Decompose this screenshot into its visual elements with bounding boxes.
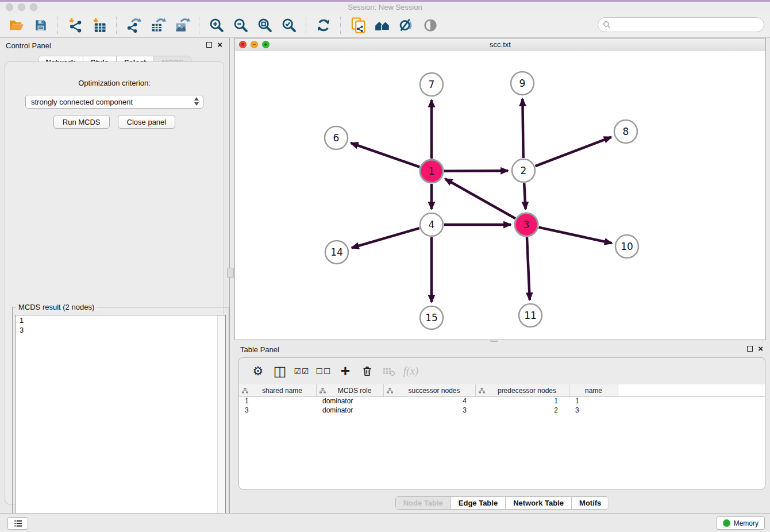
- import-network-button[interactable]: [65, 15, 86, 36]
- export-table-button[interactable]: [148, 15, 168, 36]
- node-label: 3: [523, 219, 530, 230]
- node-label: 6: [333, 132, 340, 144]
- graph-edge-2-8[interactable]: [536, 137, 611, 167]
- close-panel-icon[interactable]: ×: [217, 41, 222, 48]
- graph-edge-2-9[interactable]: [522, 99, 523, 158]
- table-settings-button[interactable]: ⚙: [247, 363, 269, 380]
- hide-details-button[interactable]: [396, 15, 417, 36]
- memory-button[interactable]: Memory: [717, 516, 765, 530]
- toolbar-separator: [340, 17, 341, 34]
- graph-node-9[interactable]: 9: [511, 72, 534, 95]
- column-header-predecessor-nodes[interactable]: predecessor nodes: [476, 384, 569, 396]
- clone-network-icon: [349, 17, 367, 34]
- network-window-titlebar[interactable]: × − + scc.txt: [235, 38, 765, 52]
- first-neighbors-button[interactable]: [372, 15, 392, 36]
- node-label: 8: [623, 126, 629, 137]
- search-input[interactable]: [614, 18, 764, 31]
- column-header-mcds-role[interactable]: MCDS role: [317, 384, 384, 396]
- refresh-button[interactable]: [313, 15, 334, 36]
- function-builder-button[interactable]: f(x): [400, 363, 422, 380]
- graph-edge-3-10[interactable]: [538, 228, 611, 244]
- zoom-out-button[interactable]: [230, 15, 251, 36]
- hierarchy-icon: [319, 388, 326, 394]
- deselect-all-icon: ☐☐: [315, 367, 331, 376]
- table-panel-title: Table Panel: [240, 345, 279, 354]
- float-table-panel-icon[interactable]: [747, 346, 753, 352]
- zoom-in-button[interactable]: [206, 15, 227, 36]
- node-table: shared name MCDS role successor nodes pr…: [239, 384, 765, 489]
- column-header-name[interactable]: name: [569, 384, 618, 396]
- graph-node-10[interactable]: 10: [615, 235, 638, 258]
- zoom-selected-button[interactable]: [279, 15, 299, 36]
- delete-column-button[interactable]: [356, 363, 378, 380]
- vertical-splitter-handle[interactable]: [227, 268, 234, 278]
- delete-table-button[interactable]: [378, 363, 400, 380]
- hierarchy-icon: [242, 388, 248, 394]
- save-icon: [33, 18, 48, 33]
- result-scrollbar[interactable]: [217, 315, 225, 521]
- import-table-button[interactable]: [89, 15, 110, 36]
- graph-node-8[interactable]: 8: [614, 120, 637, 143]
- search-icon: [603, 21, 611, 29]
- table-row[interactable]: 1 dominator 4 1 1: [239, 397, 765, 406]
- graph-node-2[interactable]: 2: [512, 159, 535, 182]
- column-header-successor-nodes[interactable]: successor nodes: [384, 384, 476, 396]
- close-table-panel-icon[interactable]: ×: [758, 345, 763, 352]
- criterion-select[interactable]: strongly connected component: [25, 95, 203, 109]
- zoom-in-icon: [209, 17, 225, 33]
- close-panel-button[interactable]: Close panel: [118, 115, 176, 129]
- node-label: 15: [425, 312, 438, 323]
- add-column-button[interactable]: +: [334, 363, 356, 380]
- export-network-button[interactable]: [124, 15, 144, 36]
- float-panel-icon[interactable]: [206, 42, 212, 48]
- node-label: 4: [429, 219, 435, 230]
- toolbar-separator: [57, 17, 59, 34]
- graph-node-3[interactable]: 3: [515, 213, 538, 236]
- gear-icon: ⚙: [253, 364, 264, 378]
- graph-edge-4-14[interactable]: [352, 228, 419, 248]
- mcds-result-group: MCDS result (2 nodes) 1 3: [12, 307, 229, 526]
- graph-node-4[interactable]: 4: [420, 213, 443, 236]
- graph-edge-1-2[interactable]: [444, 171, 508, 171]
- cell-successor-nodes: 3: [384, 406, 476, 415]
- graph-node-15[interactable]: 15: [420, 306, 443, 329]
- network-window-title: scc.txt: [235, 40, 765, 49]
- node-label: 14: [330, 246, 343, 258]
- table-row[interactable]: 3 dominator 3 2 3: [239, 406, 765, 415]
- task-history-button[interactable]: [7, 517, 28, 530]
- table-header-row: shared name MCDS role successor nodes pr…: [239, 384, 765, 397]
- node-label: 10: [621, 241, 633, 252]
- tab-edge-table[interactable]: Edge Table: [451, 497, 505, 509]
- mcds-result-textarea[interactable]: 1 3: [15, 315, 226, 522]
- cell-mcds-role: dominator: [317, 406, 384, 415]
- search-field[interactable]: [598, 17, 764, 32]
- run-mcds-button[interactable]: Run MCDS: [53, 115, 110, 129]
- deselect-all-button[interactable]: ☐☐: [313, 363, 334, 380]
- tab-motifs[interactable]: Motifs: [571, 497, 609, 509]
- graph-node-1[interactable]: 1: [420, 160, 443, 183]
- network-canvas[interactable]: 7968124314101511: [235, 51, 765, 340]
- show-graphics-button[interactable]: [420, 15, 441, 36]
- tab-node-table[interactable]: Node Table: [396, 497, 451, 509]
- graph-node-14[interactable]: 14: [325, 241, 348, 264]
- node-label: 9: [519, 78, 526, 89]
- clone-network-button[interactable]: [348, 15, 368, 36]
- graph-edge-1-6[interactable]: [351, 143, 419, 167]
- graph-edge-3-1[interactable]: [445, 179, 515, 218]
- graph-edge-3-11[interactable]: [527, 237, 530, 300]
- export-image-button[interactable]: [172, 15, 192, 36]
- show-columns-button[interactable]: ◫: [269, 363, 291, 380]
- graph-node-11[interactable]: 11: [519, 304, 542, 327]
- graph-node-7[interactable]: 7: [420, 73, 443, 96]
- column-header-shared-name[interactable]: shared name: [239, 384, 317, 396]
- zoom-fit-button[interactable]: [255, 15, 275, 36]
- cell-predecessor-nodes: 2: [476, 406, 569, 415]
- cell-name: 3: [569, 406, 618, 415]
- graph-edge-2-3[interactable]: [524, 183, 525, 209]
- node-label: 1: [429, 165, 435, 177]
- graph-node-6[interactable]: 6: [325, 126, 348, 149]
- open-session-button[interactable]: [6, 15, 27, 36]
- tab-network-table[interactable]: Network Table: [505, 497, 571, 509]
- select-all-button[interactable]: ☑☑: [291, 363, 313, 380]
- save-session-button[interactable]: [30, 15, 51, 36]
